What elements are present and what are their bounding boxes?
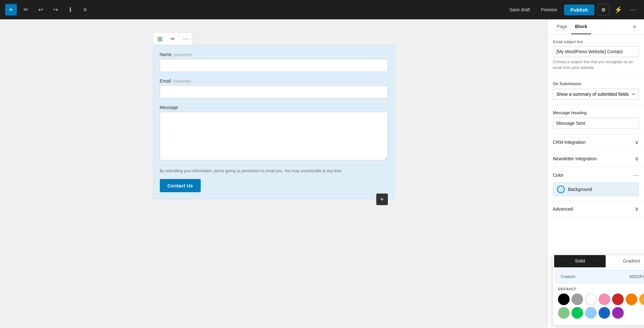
- default-section-label: DEFAULT: [553, 284, 644, 292]
- swatch-black[interactable]: [558, 293, 570, 305]
- crm-integration-section[interactable]: CRM Integration ∨: [548, 134, 644, 151]
- message-field: Message: [160, 105, 388, 162]
- redo-button[interactable]: ↪: [50, 4, 61, 15]
- swatch-blue[interactable]: [599, 307, 610, 319]
- form-block-icon-button[interactable]: ▦: [153, 33, 167, 45]
- info-icon: ℹ: [69, 6, 72, 13]
- edit-icon-button[interactable]: ✏: [20, 4, 32, 15]
- custom-color-value: 8DD2FC40: [630, 274, 644, 279]
- form-block: Name (required) Email (required): [153, 45, 395, 199]
- publish-button[interactable]: Publish: [564, 5, 594, 15]
- block-more-button[interactable]: ⋯: [179, 33, 192, 45]
- name-label-text: Name: [160, 52, 172, 57]
- email-subject-section: Email subject line Choose a subject line…: [548, 35, 644, 76]
- block-tab[interactable]: Block: [571, 19, 591, 34]
- toolbar-right: Save draft Preview Publish ⚙ ⚡ ⋯: [505, 4, 639, 15]
- crm-chevron-down-icon: ∨: [635, 139, 639, 146]
- name-label: Name (required): [160, 52, 388, 57]
- swatch-gray[interactable]: [572, 293, 583, 305]
- edit-icon: ✏: [171, 36, 175, 42]
- advanced-section[interactable]: Advanced ∨: [548, 201, 644, 217]
- email-field: Email (required): [160, 78, 388, 98]
- color-section: Color ⋯ Background: [548, 167, 644, 201]
- background-label: Background: [568, 187, 592, 192]
- swatch-yellow[interactable]: [639, 293, 644, 305]
- editor-area: ▦ ✏ ⋯ Name (required): [0, 19, 547, 328]
- message-label-text: Message: [160, 105, 178, 110]
- block-more-icon: ⋯: [183, 36, 188, 42]
- gradient-tab[interactable]: Gradient: [606, 255, 644, 267]
- email-subject-hint: Choose a subject line that you recognize…: [553, 59, 639, 71]
- background-color-button[interactable]: Background: [553, 183, 639, 196]
- close-sidebar-button[interactable]: ×: [630, 19, 639, 34]
- swatch-red[interactable]: [612, 293, 624, 305]
- newsletter-chevron-down-icon: ∨: [635, 155, 639, 162]
- info-button[interactable]: ℹ: [64, 4, 76, 15]
- email-label: Email (required): [160, 78, 388, 84]
- editor-content: ▦ ✏ ⋯ Name (required): [153, 32, 395, 199]
- swatch-orange[interactable]: [626, 293, 637, 305]
- background-color-circle: [557, 185, 565, 193]
- message-heading-input[interactable]: [553, 118, 639, 129]
- sidebar-tabs: Page Block ×: [548, 19, 644, 35]
- close-icon: ×: [633, 24, 636, 30]
- swatch-white[interactable]: [585, 293, 597, 305]
- custom-label: Custom: [561, 274, 575, 279]
- bolt-button[interactable]: ⚡: [612, 4, 624, 15]
- advanced-label: Advanced: [553, 206, 573, 212]
- email-required-text: (required): [173, 79, 191, 84]
- main-layout: ▦ ✏ ⋯ Name (required): [0, 19, 644, 328]
- block-toolbar: ▦ ✏ ⋯: [153, 32, 192, 45]
- list-view-button[interactable]: ≡: [79, 4, 91, 15]
- swatch-light-blue[interactable]: [585, 307, 597, 319]
- name-input[interactable]: [160, 59, 388, 72]
- swatch-pink[interactable]: [599, 293, 610, 305]
- toolbar-left: + ✏ ↩ ↪ ℹ ≡: [5, 4, 503, 15]
- page-tab[interactable]: Page: [553, 19, 571, 34]
- email-subject-label: Email subject line: [553, 40, 639, 44]
- color-section-header: Color ⋯: [553, 172, 639, 179]
- swatch-green[interactable]: [572, 307, 583, 319]
- newsletter-integration-label: Newsletter Integration: [553, 156, 597, 161]
- undo-button[interactable]: ↩: [35, 4, 46, 15]
- swatch-light-green[interactable]: [558, 307, 570, 319]
- color-section-title: Color: [553, 173, 563, 178]
- solid-tab[interactable]: Solid: [554, 255, 606, 267]
- color-picker-tabs: Solid Gradient: [553, 255, 644, 267]
- bolt-icon: ⚡: [614, 6, 622, 14]
- color-more-button[interactable]: ⋯: [633, 172, 639, 179]
- email-label-text: Email: [160, 78, 171, 84]
- list-icon: ≡: [83, 6, 87, 13]
- undo-icon: ↩: [38, 6, 43, 13]
- email-input[interactable]: [160, 85, 388, 98]
- advanced-chevron-down-icon: ∨: [635, 205, 639, 213]
- message-heading-section: Message Heading: [548, 105, 644, 134]
- on-submission-label: On Submission: [553, 81, 639, 86]
- save-draft-button[interactable]: Save draft: [505, 5, 534, 14]
- form-disclaimer: By submitting your information, you're g…: [160, 168, 388, 174]
- on-submission-select[interactable]: Show a summary of submitted fields Redir…: [553, 89, 639, 100]
- on-submission-section: On Submission Show a summary of submitte…: [548, 76, 644, 105]
- message-heading-label: Message Heading: [553, 110, 639, 115]
- add-block-bottom-button[interactable]: +: [376, 194, 388, 205]
- color-swatches: [553, 292, 644, 320]
- swatch-purple[interactable]: [612, 307, 624, 319]
- color-picker-popup: Solid Gradient Custom 8DD2FC40 DEFAULT: [553, 255, 644, 325]
- name-required-text: (required): [174, 52, 192, 57]
- contact-us-button[interactable]: Contact Us: [160, 179, 201, 192]
- preview-button[interactable]: Preview: [537, 5, 561, 14]
- pencil-icon: ✏: [24, 6, 28, 13]
- custom-color-row[interactable]: Custom 8DD2FC40: [555, 270, 644, 283]
- main-toolbar: + ✏ ↩ ↪ ℹ ≡ Save draft Preview Publish ⚙…: [0, 0, 644, 19]
- email-subject-input[interactable]: [553, 46, 639, 57]
- crm-integration-label: CRM Integration: [553, 140, 586, 145]
- add-block-button[interactable]: +: [5, 4, 17, 15]
- message-textarea[interactable]: [160, 112, 388, 160]
- color-more-icon: ⋯: [633, 172, 639, 178]
- settings-button[interactable]: ⚙: [598, 4, 609, 15]
- ellipsis-icon: ⋯: [630, 6, 636, 14]
- edit-block-button[interactable]: ✏: [167, 33, 179, 45]
- newsletter-integration-section[interactable]: Newsletter Integration ∨: [548, 151, 644, 167]
- name-field: Name (required): [160, 52, 388, 72]
- more-button[interactable]: ⋯: [627, 4, 639, 15]
